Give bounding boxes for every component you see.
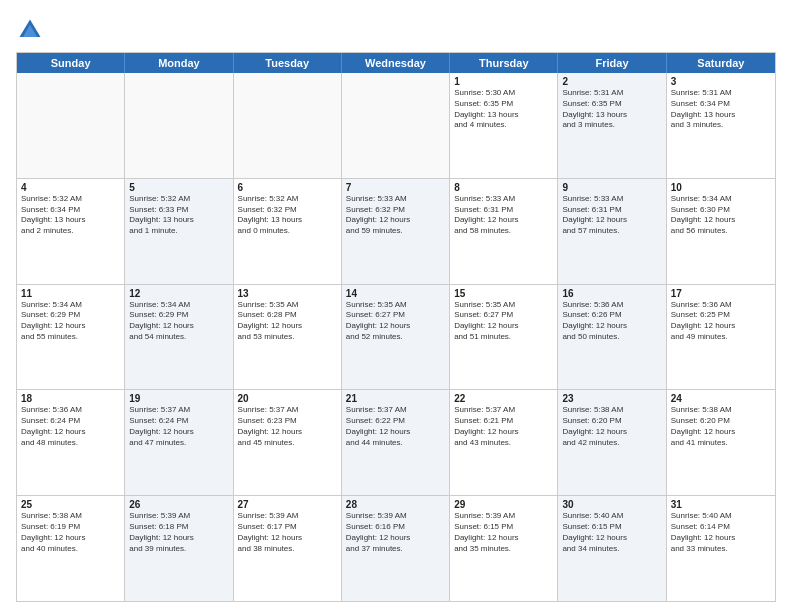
logo	[16, 16, 48, 44]
day-info: Sunrise: 5:39 AM Sunset: 6:15 PM Dayligh…	[454, 511, 553, 554]
header	[16, 16, 776, 44]
calendar-row-4: 25Sunrise: 5:38 AM Sunset: 6:19 PM Dayli…	[17, 495, 775, 601]
day-cell-13: 13Sunrise: 5:35 AM Sunset: 6:28 PM Dayli…	[234, 285, 342, 390]
day-info: Sunrise: 5:36 AM Sunset: 6:25 PM Dayligh…	[671, 300, 771, 343]
day-number: 8	[454, 182, 553, 193]
day-info: Sunrise: 5:34 AM Sunset: 6:29 PM Dayligh…	[129, 300, 228, 343]
day-info: Sunrise: 5:36 AM Sunset: 6:26 PM Dayligh…	[562, 300, 661, 343]
weekday-header-friday: Friday	[558, 53, 666, 73]
day-number: 14	[346, 288, 445, 299]
empty-cell	[17, 73, 125, 178]
day-info: Sunrise: 5:31 AM Sunset: 6:35 PM Dayligh…	[562, 88, 661, 131]
day-cell-16: 16Sunrise: 5:36 AM Sunset: 6:26 PM Dayli…	[558, 285, 666, 390]
day-number: 20	[238, 393, 337, 404]
day-number: 28	[346, 499, 445, 510]
day-number: 31	[671, 499, 771, 510]
day-info: Sunrise: 5:33 AM Sunset: 6:32 PM Dayligh…	[346, 194, 445, 237]
day-cell-10: 10Sunrise: 5:34 AM Sunset: 6:30 PM Dayli…	[667, 179, 775, 284]
day-number: 21	[346, 393, 445, 404]
calendar-body: 1Sunrise: 5:30 AM Sunset: 6:35 PM Daylig…	[17, 73, 775, 601]
day-number: 6	[238, 182, 337, 193]
day-cell-24: 24Sunrise: 5:38 AM Sunset: 6:20 PM Dayli…	[667, 390, 775, 495]
empty-cell	[342, 73, 450, 178]
day-info: Sunrise: 5:38 AM Sunset: 6:20 PM Dayligh…	[562, 405, 661, 448]
day-number: 11	[21, 288, 120, 299]
day-cell-12: 12Sunrise: 5:34 AM Sunset: 6:29 PM Dayli…	[125, 285, 233, 390]
day-number: 16	[562, 288, 661, 299]
day-cell-19: 19Sunrise: 5:37 AM Sunset: 6:24 PM Dayli…	[125, 390, 233, 495]
day-number: 25	[21, 499, 120, 510]
day-cell-22: 22Sunrise: 5:37 AM Sunset: 6:21 PM Dayli…	[450, 390, 558, 495]
calendar-row-2: 11Sunrise: 5:34 AM Sunset: 6:29 PM Dayli…	[17, 284, 775, 390]
day-cell-7: 7Sunrise: 5:33 AM Sunset: 6:32 PM Daylig…	[342, 179, 450, 284]
day-cell-3: 3Sunrise: 5:31 AM Sunset: 6:34 PM Daylig…	[667, 73, 775, 178]
day-cell-5: 5Sunrise: 5:32 AM Sunset: 6:33 PM Daylig…	[125, 179, 233, 284]
day-number: 19	[129, 393, 228, 404]
day-cell-28: 28Sunrise: 5:39 AM Sunset: 6:16 PM Dayli…	[342, 496, 450, 601]
day-cell-30: 30Sunrise: 5:40 AM Sunset: 6:15 PM Dayli…	[558, 496, 666, 601]
day-cell-27: 27Sunrise: 5:39 AM Sunset: 6:17 PM Dayli…	[234, 496, 342, 601]
day-info: Sunrise: 5:39 AM Sunset: 6:18 PM Dayligh…	[129, 511, 228, 554]
day-cell-21: 21Sunrise: 5:37 AM Sunset: 6:22 PM Dayli…	[342, 390, 450, 495]
calendar: SundayMondayTuesdayWednesdayThursdayFrid…	[16, 52, 776, 602]
day-number: 7	[346, 182, 445, 193]
empty-cell	[234, 73, 342, 178]
day-info: Sunrise: 5:35 AM Sunset: 6:27 PM Dayligh…	[346, 300, 445, 343]
day-cell-17: 17Sunrise: 5:36 AM Sunset: 6:25 PM Dayli…	[667, 285, 775, 390]
day-cell-26: 26Sunrise: 5:39 AM Sunset: 6:18 PM Dayli…	[125, 496, 233, 601]
day-cell-6: 6Sunrise: 5:32 AM Sunset: 6:32 PM Daylig…	[234, 179, 342, 284]
day-number: 29	[454, 499, 553, 510]
day-info: Sunrise: 5:37 AM Sunset: 6:21 PM Dayligh…	[454, 405, 553, 448]
day-info: Sunrise: 5:35 AM Sunset: 6:28 PM Dayligh…	[238, 300, 337, 343]
day-number: 30	[562, 499, 661, 510]
day-info: Sunrise: 5:31 AM Sunset: 6:34 PM Dayligh…	[671, 88, 771, 131]
day-cell-31: 31Sunrise: 5:40 AM Sunset: 6:14 PM Dayli…	[667, 496, 775, 601]
page: SundayMondayTuesdayWednesdayThursdayFrid…	[0, 0, 792, 612]
day-number: 15	[454, 288, 553, 299]
weekday-header-monday: Monday	[125, 53, 233, 73]
day-number: 18	[21, 393, 120, 404]
day-number: 9	[562, 182, 661, 193]
day-info: Sunrise: 5:33 AM Sunset: 6:31 PM Dayligh…	[454, 194, 553, 237]
logo-icon	[16, 16, 44, 44]
empty-cell	[125, 73, 233, 178]
day-info: Sunrise: 5:37 AM Sunset: 6:23 PM Dayligh…	[238, 405, 337, 448]
day-info: Sunrise: 5:39 AM Sunset: 6:17 PM Dayligh…	[238, 511, 337, 554]
day-cell-25: 25Sunrise: 5:38 AM Sunset: 6:19 PM Dayli…	[17, 496, 125, 601]
day-info: Sunrise: 5:34 AM Sunset: 6:30 PM Dayligh…	[671, 194, 771, 237]
weekday-header-wednesday: Wednesday	[342, 53, 450, 73]
day-cell-8: 8Sunrise: 5:33 AM Sunset: 6:31 PM Daylig…	[450, 179, 558, 284]
day-info: Sunrise: 5:37 AM Sunset: 6:22 PM Dayligh…	[346, 405, 445, 448]
day-number: 22	[454, 393, 553, 404]
weekday-header-saturday: Saturday	[667, 53, 775, 73]
day-number: 24	[671, 393, 771, 404]
weekday-header-thursday: Thursday	[450, 53, 558, 73]
day-cell-14: 14Sunrise: 5:35 AM Sunset: 6:27 PM Dayli…	[342, 285, 450, 390]
day-number: 27	[238, 499, 337, 510]
day-info: Sunrise: 5:40 AM Sunset: 6:15 PM Dayligh…	[562, 511, 661, 554]
calendar-row-3: 18Sunrise: 5:36 AM Sunset: 6:24 PM Dayli…	[17, 389, 775, 495]
day-info: Sunrise: 5:32 AM Sunset: 6:32 PM Dayligh…	[238, 194, 337, 237]
calendar-header: SundayMondayTuesdayWednesdayThursdayFrid…	[17, 53, 775, 73]
weekday-header-sunday: Sunday	[17, 53, 125, 73]
day-number: 3	[671, 76, 771, 87]
weekday-header-tuesday: Tuesday	[234, 53, 342, 73]
day-cell-9: 9Sunrise: 5:33 AM Sunset: 6:31 PM Daylig…	[558, 179, 666, 284]
day-cell-4: 4Sunrise: 5:32 AM Sunset: 6:34 PM Daylig…	[17, 179, 125, 284]
day-cell-18: 18Sunrise: 5:36 AM Sunset: 6:24 PM Dayli…	[17, 390, 125, 495]
day-info: Sunrise: 5:39 AM Sunset: 6:16 PM Dayligh…	[346, 511, 445, 554]
day-number: 17	[671, 288, 771, 299]
day-number: 2	[562, 76, 661, 87]
day-info: Sunrise: 5:32 AM Sunset: 6:33 PM Dayligh…	[129, 194, 228, 237]
day-number: 26	[129, 499, 228, 510]
day-info: Sunrise: 5:38 AM Sunset: 6:20 PM Dayligh…	[671, 405, 771, 448]
day-number: 4	[21, 182, 120, 193]
day-info: Sunrise: 5:33 AM Sunset: 6:31 PM Dayligh…	[562, 194, 661, 237]
day-number: 13	[238, 288, 337, 299]
day-cell-23: 23Sunrise: 5:38 AM Sunset: 6:20 PM Dayli…	[558, 390, 666, 495]
day-info: Sunrise: 5:40 AM Sunset: 6:14 PM Dayligh…	[671, 511, 771, 554]
day-info: Sunrise: 5:34 AM Sunset: 6:29 PM Dayligh…	[21, 300, 120, 343]
day-number: 12	[129, 288, 228, 299]
day-info: Sunrise: 5:35 AM Sunset: 6:27 PM Dayligh…	[454, 300, 553, 343]
day-cell-1: 1Sunrise: 5:30 AM Sunset: 6:35 PM Daylig…	[450, 73, 558, 178]
